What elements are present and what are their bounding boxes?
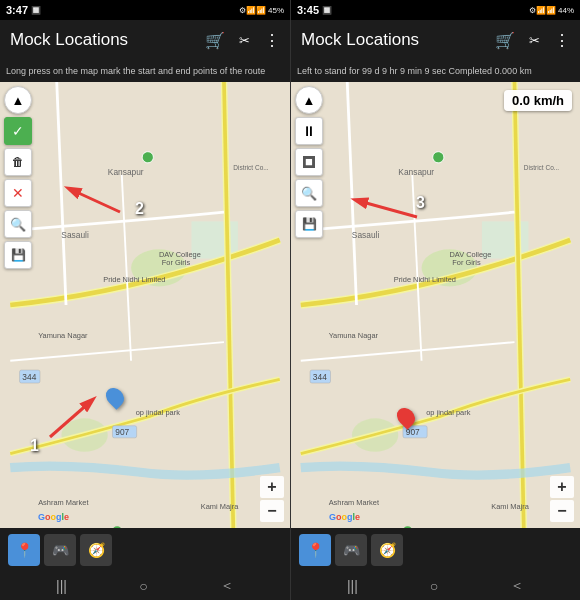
status-bar-right: 3:45 🔲 ⚙📶📶 44% <box>291 0 580 20</box>
info-bar-right: Left to stand for 99 d 9 hr 9 min 9 sec … <box>291 60 580 82</box>
svg-text:District Co...: District Co... <box>233 164 269 171</box>
svg-rect-23 <box>301 82 570 528</box>
scissors-icon-left[interactable]: ✂ <box>239 33 250 48</box>
screen-right: 3:45 🔲 ⚙📶📶 44% Mock Locations 🛒 ✂ ⋮ Left… <box>290 0 580 600</box>
zoom-in-right[interactable]: + <box>550 476 574 498</box>
svg-text:344: 344 <box>22 372 36 382</box>
side-toolbar-right: ▲ ⏸ ■ 🔍 💾 <box>295 86 323 238</box>
svg-text:Kami Majra: Kami Majra <box>201 502 239 511</box>
close-btn-left[interactable]: ✕ <box>4 179 32 207</box>
map-svg-right: Kansapur Sasauli DAV College For Girls P… <box>291 82 580 528</box>
compass-icon-btn-right[interactable]: 🧭 <box>371 534 403 566</box>
more-icon-left[interactable]: ⋮ <box>264 31 280 50</box>
status-icons-left: ⚙📶📶 45% <box>239 6 284 15</box>
bottom-icon-group-left: 📍 🎮 🧭 <box>8 534 112 566</box>
svg-text:Pride Nidhi Limited: Pride Nidhi Limited <box>103 275 165 284</box>
delete-btn-left[interactable]: 🗑 <box>4 148 32 176</box>
svg-text:Kami Majra: Kami Majra <box>491 502 529 511</box>
save-btn-left[interactable]: 💾 <box>4 241 32 269</box>
svg-text:Sasauli: Sasauli <box>61 230 89 240</box>
map-area-left[interactable]: Kansapur Sasauli DAV College For Girls P… <box>0 82 290 528</box>
svg-text:Pride Nidhi Limited: Pride Nidhi Limited <box>394 275 456 284</box>
google-logo-left: Google <box>38 512 69 522</box>
status-bar-left: 3:47 🔲 ⚙📶📶 45% <box>0 0 290 20</box>
zoom-out-right[interactable]: − <box>550 500 574 522</box>
side-toolbar-left: ▲ ✓ 🗑 ✕ 🔍 💾 <box>4 86 32 269</box>
status-time-left: 3:47 🔲 <box>6 4 41 16</box>
zoom-out-left[interactable]: − <box>260 500 284 522</box>
zoom-in-left[interactable]: + <box>260 476 284 498</box>
nav-bar-right: ||| ○ ＜ <box>291 572 580 600</box>
check-btn-left[interactable]: ✓ <box>4 117 32 145</box>
red-arrow-2 <box>40 172 140 227</box>
svg-line-43 <box>359 201 417 217</box>
svg-text:Kansapur: Kansapur <box>398 167 434 177</box>
annotation-1: 1 <box>30 437 39 455</box>
cart-icon-left[interactable]: 🛒 <box>205 31 225 50</box>
compass-icon-btn-left[interactable]: 🧭 <box>80 534 112 566</box>
top-bar-icons-right: 🛒 ✂ ⋮ <box>495 31 570 50</box>
recent-btn-right[interactable]: ||| <box>327 574 378 598</box>
annotation-2: 2 <box>135 200 144 218</box>
game-icon-btn-right[interactable]: 🎮 <box>335 534 367 566</box>
more-icon-right[interactable]: ⋮ <box>554 31 570 50</box>
save-btn-right[interactable]: 💾 <box>295 210 323 238</box>
nav-bar-left: ||| ○ ＜ <box>0 572 290 600</box>
svg-text:op jindal park: op jindal park <box>426 408 470 417</box>
google-logo-right: Google <box>329 512 360 522</box>
back-btn-left[interactable]: ＜ <box>200 573 254 599</box>
stop-btn-right[interactable]: ■ <box>295 148 323 176</box>
bottom-toolbar-left: 📍 🎮 🧭 <box>0 528 290 572</box>
back-btn-right[interactable]: ＜ <box>490 573 544 599</box>
svg-text:Yamuna Nagar: Yamuna Nagar <box>329 331 379 340</box>
svg-rect-0 <box>10 82 279 528</box>
scissors-icon-right[interactable]: ✂ <box>529 33 540 48</box>
screen-left: 3:47 🔲 ⚙📶📶 45% Mock Locations 🛒 ✂ ⋮ Long… <box>0 0 290 600</box>
search-btn-left[interactable]: 🔍 <box>4 210 32 238</box>
zoom-controls-left: + − <box>260 476 284 522</box>
speed-box-right: 0.0 km/h <box>504 90 572 111</box>
search-btn-right[interactable]: 🔍 <box>295 179 323 207</box>
annotation-3: 3 <box>416 194 425 212</box>
svg-text:344: 344 <box>313 372 327 382</box>
svg-text:For Girls: For Girls <box>162 258 191 267</box>
top-bar-left: Mock Locations 🛒 ✂ ⋮ <box>0 20 290 60</box>
svg-text:Yamuna Nagar: Yamuna Nagar <box>38 331 88 340</box>
bottom-toolbar-right: 📍 🎮 🧭 <box>291 528 580 572</box>
svg-text:For Girls: For Girls <box>452 258 481 267</box>
status-time-right: 3:45 🔲 <box>297 4 332 16</box>
red-arrow-1 <box>35 382 125 452</box>
compass-btn-left[interactable]: ▲ <box>4 86 32 114</box>
svg-text:District Co...: District Co... <box>524 164 560 171</box>
status-icons-right: ⚙📶📶 44% <box>529 6 574 15</box>
cart-icon-right[interactable]: 🛒 <box>495 31 515 50</box>
svg-line-20 <box>50 402 90 437</box>
app-title-left: Mock Locations <box>10 30 205 50</box>
app-title-right: Mock Locations <box>301 30 495 50</box>
map-area-right[interactable]: Kansapur Sasauli DAV College For Girls P… <box>291 82 580 528</box>
compass-btn-right[interactable]: ▲ <box>295 86 323 114</box>
pause-btn-right[interactable]: ⏸ <box>295 117 323 145</box>
pin-icon-btn-right[interactable]: 📍 <box>299 534 331 566</box>
home-btn-right[interactable]: ○ <box>410 574 458 598</box>
top-bar-right: Mock Locations 🛒 ✂ ⋮ <box>291 20 580 60</box>
home-btn-left[interactable]: ○ <box>119 574 167 598</box>
game-icon-btn-left[interactable]: 🎮 <box>44 534 76 566</box>
top-bar-icons-left: 🛒 ✂ ⋮ <box>205 31 280 50</box>
recent-btn-left[interactable]: ||| <box>36 574 87 598</box>
svg-text:Ashram Market: Ashram Market <box>329 498 379 507</box>
bottom-icon-group-right: 📍 🎮 🧭 <box>299 534 403 566</box>
svg-line-22 <box>72 190 120 212</box>
zoom-controls-right: + − <box>550 476 574 522</box>
svg-text:op jindal park: op jindal park <box>136 408 180 417</box>
svg-text:Ashram Market: Ashram Market <box>38 498 88 507</box>
pin-icon-btn-left[interactable]: 📍 <box>8 534 40 566</box>
info-bar-left: Long press on the map mark the start and… <box>0 60 290 82</box>
map-svg-left: Kansapur Sasauli DAV College For Girls P… <box>0 82 290 528</box>
